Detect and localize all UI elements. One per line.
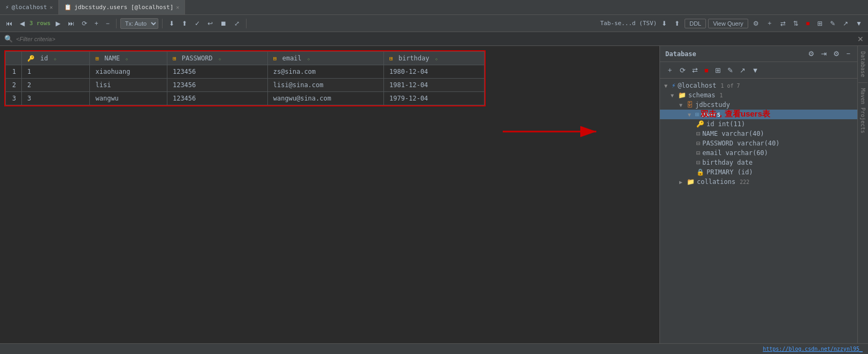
panel-config-btn[interactable]: ⚙ [832, 49, 841, 58]
export-down-btn[interactable]: ⬇ [166, 19, 177, 28]
nav-first-btn[interactable]: ⏮ [3, 19, 15, 28]
tree-schemas-label: schemas [688, 91, 716, 99]
filter-input[interactable] [16, 36, 854, 42]
table-row[interactable]: 1 1 xiaohuang 123456 zs@sina.com 1980-12… [6, 65, 485, 79]
col-header-id[interactable]: 🔑 id ⬦ [22, 52, 90, 65]
row-2-name[interactable]: lisi [90, 79, 167, 92]
table-row[interactable]: 2 2 lisi 123456 lisi@sina.com 1981-12-04 [6, 79, 485, 92]
row-2-id[interactable]: 2 [22, 79, 90, 92]
tree-item-col-id[interactable]: 🔑 id int(11) [660, 119, 857, 129]
panel-split-btn[interactable]: ⇥ [819, 49, 828, 58]
export2-btn[interactable]: ↗ [840, 19, 851, 28]
localhost-icon: ⚡ [672, 82, 675, 89]
col-birthday-sort[interactable]: ⬦ [435, 56, 438, 61]
row-3-password[interactable]: 123456 [167, 92, 267, 105]
col-id-pk-icon: 🔑 [696, 120, 704, 128]
table-area[interactable]: 🔑 id ⬦ ⊞ NAME ⬦ ⊞ PASSWORD [0, 46, 659, 343]
bottom-url[interactable]: https://blog.csdn.net/nzzynl95_ [763, 346, 863, 352]
tab-localhost-icon: ⚡ [5, 4, 9, 11]
remove-row-btn[interactable]: − [103, 19, 112, 28]
tree-jdbcstudy-label: jdbcstudy [695, 101, 730, 109]
col-header-birthday[interactable]: ⊞ birthday ⬦ [384, 52, 485, 65]
panel-refresh-btn[interactable]: ⟳ [678, 65, 688, 75]
add-panel-btn[interactable]: ＋ [764, 18, 775, 29]
tree-users-label: users [701, 111, 720, 118]
add-row-btn[interactable]: + [92, 19, 101, 28]
apply-btn[interactable]: ✓ [192, 19, 203, 28]
panel-settings-btn[interactable]: ⚙ [806, 49, 816, 58]
revert-btn[interactable]: ↩ [205, 19, 216, 28]
row-1-id[interactable]: 1 [22, 65, 90, 79]
table-row[interactable]: 3 3 wangwu 123456 wangwu@sina.com 1979-1… [6, 92, 485, 105]
tsv-down-btn[interactable]: ⬇ [659, 19, 670, 28]
row-3-email[interactable]: wangwu@sina.com [267, 92, 383, 105]
tree-item-users[interactable]: ▼ ⊞ users [660, 110, 857, 119]
panel-filter2-btn[interactable]: ▼ [750, 65, 761, 75]
filter-clear-btn[interactable]: ✕ [857, 35, 864, 43]
side-tab-maven[interactable]: Maven Projects [858, 83, 867, 138]
tsv-up-btn[interactable]: ⬆ [672, 19, 682, 28]
tree-item-col-name[interactable]: ⊟ NAME varchar(40) [660, 129, 857, 138]
grid-btn[interactable]: ⊞ [815, 19, 825, 28]
tree-item-jdbcstudy[interactable]: ▼ 🗄 jdbcstudy [660, 100, 857, 110]
panel-add-btn[interactable]: ＋ [664, 64, 675, 76]
settings-btn[interactable]: ⚙ [750, 19, 762, 28]
tree-item-primary[interactable]: 🔒 PRIMARY (id) [660, 167, 857, 177]
tree-item-collations[interactable]: ▶ 📁 collations 222 [660, 177, 857, 187]
nav-last-btn[interactable]: ⏭ [65, 19, 77, 28]
col-header-password[interactable]: ⊞ PASSWORD ⬦ [167, 52, 267, 65]
tab-localhost-close[interactable]: ✕ [50, 4, 53, 10]
panel-min-btn[interactable]: − [844, 49, 852, 58]
tree-item-col-password[interactable]: ⊟ PASSWORD varchar(40) [660, 138, 857, 148]
panel-stop-btn[interactable]: ■ [702, 65, 711, 75]
tree-item-localhost[interactable]: ▼ ⚡ @localhost 1 of 7 [660, 81, 857, 90]
tree-item-col-birthday[interactable]: ⊟ birthday date [660, 158, 857, 167]
nav-next-btn[interactable]: ▶ [53, 19, 63, 28]
sync-btn[interactable]: ⇄ [778, 19, 788, 28]
row-2-password[interactable]: 123456 [167, 79, 267, 92]
filter-btn[interactable]: ▼ [853, 19, 865, 28]
panel-edit2-btn[interactable]: ✎ [725, 65, 735, 75]
tree-item-col-email[interactable]: ⊟ email varchar(60) [660, 148, 857, 158]
col-header-name[interactable]: ⊞ NAME ⬦ [90, 52, 167, 65]
col-password-sort[interactable]: ⬦ [218, 56, 221, 61]
col-birthday-icon: ⊞ [389, 55, 393, 62]
toolbar: ⏮ ◀ 3 rows ▶ ⏭ ⟳ + − Tx: Auto ⬇ ⬆ ✓ ↩ ⏹ … [0, 15, 868, 32]
view-query-button[interactable]: View Query [708, 19, 748, 28]
col-name-sort[interactable]: ⬦ [125, 56, 128, 61]
row-1-password[interactable]: 123456 [167, 65, 267, 79]
panel-sync-btn[interactable]: ⇄ [690, 65, 700, 75]
separator-3 [246, 19, 247, 28]
refresh-btn[interactable]: ⟳ [79, 19, 90, 28]
panel-grid-btn[interactable]: ⊞ [713, 65, 723, 75]
row-3-birthday[interactable]: 1979-12-04 [384, 92, 485, 105]
panel-export-btn[interactable]: ↗ [738, 65, 748, 75]
row-2-birthday[interactable]: 1981-12-04 [384, 79, 485, 92]
db-tree[interactable]: ▼ ⚡ @localhost 1 of 7 ▼ 📁 schemas 1 ▼ 🗄 … [660, 79, 857, 343]
ddl-button[interactable]: DDL [685, 19, 706, 28]
tab-jdbcstudy-users[interactable]: 📋 jdbcstudy.users [@localhost] ✕ [59, 0, 185, 14]
row-1-name[interactable]: xiaohuang [90, 65, 167, 79]
sync2-btn[interactable]: ⇅ [790, 19, 801, 28]
col-email-sort[interactable]: ⬦ [307, 56, 310, 61]
row-1-num: 1 [6, 65, 22, 79]
jump-btn[interactable]: ⤢ [232, 19, 242, 28]
row-2-email[interactable]: lisi@sina.com [267, 79, 383, 92]
col-header-email[interactable]: ⊞ email ⬦ [267, 52, 383, 65]
stop2-btn[interactable]: ■ [803, 19, 812, 28]
row-3-name[interactable]: wangwu [90, 92, 167, 105]
tree-item-schemas[interactable]: ▼ 📁 schemas 1 [660, 90, 857, 100]
col-id-sort[interactable]: ⬦ [53, 56, 57, 61]
nav-prev-btn[interactable]: ◀ [17, 19, 27, 28]
tx-dropdown[interactable]: Tx: Auto [120, 18, 158, 29]
row-1-email[interactable]: zs@sina.com [267, 65, 383, 79]
edit-btn[interactable]: ✎ [827, 19, 838, 28]
tree-collations-label: collations [697, 178, 735, 186]
side-tab-database[interactable]: Database [858, 46, 867, 83]
tab-jdbcstudy-close[interactable]: ✕ [176, 4, 179, 10]
row-1-birthday[interactable]: 1980-12-04 [384, 65, 485, 79]
stop-btn[interactable]: ⏹ [218, 19, 229, 28]
row-3-id[interactable]: 3 [22, 92, 90, 105]
export-up-btn[interactable]: ⬆ [179, 19, 190, 28]
tab-localhost[interactable]: ⚡ @localhost ✕ [0, 0, 59, 14]
